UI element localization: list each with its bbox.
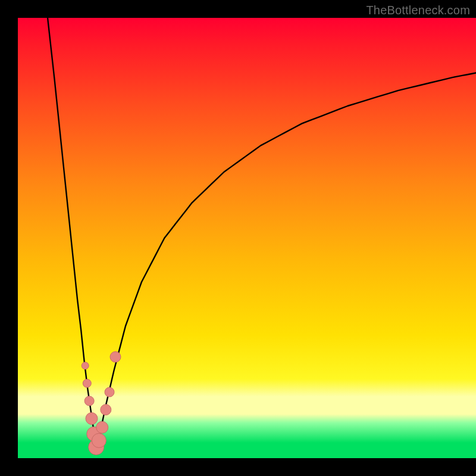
data-marker [86, 412, 98, 424]
bottleneck-curve [48, 18, 476, 449]
data-marker [92, 433, 106, 447]
data-marker [110, 352, 121, 362]
data-marker [84, 396, 94, 406]
chart-frame: TheBottleneck.com [0, 0, 476, 476]
data-marker [105, 387, 114, 397]
watermark-text: TheBottleneck.com [366, 4, 470, 17]
data-marker [82, 362, 89, 369]
curve-layer [18, 18, 476, 458]
data-marker [101, 405, 111, 415]
data-marker [83, 379, 91, 387]
data-marker [96, 421, 108, 433]
plot-area [18, 18, 476, 458]
